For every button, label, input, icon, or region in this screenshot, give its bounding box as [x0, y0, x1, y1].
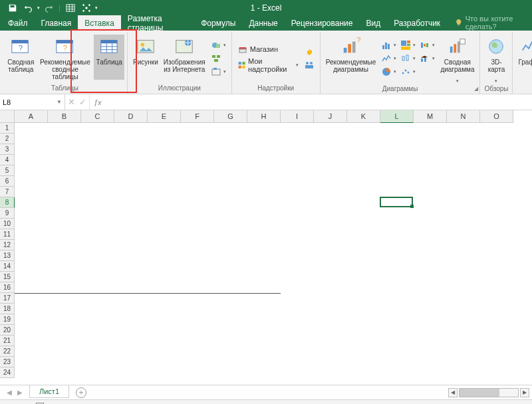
select-all-corner[interactable]: [0, 110, 15, 123]
row-header-4[interactable]: 4: [0, 155, 15, 165]
col-header-D[interactable]: D: [114, 110, 148, 123]
my-addins-button[interactable]: Мои надстройки ▾: [236, 56, 300, 74]
qat-table-button[interactable]: [63, 1, 78, 15]
row-header-3[interactable]: 3: [0, 144, 15, 155]
col-header-B[interactable]: B: [48, 110, 81, 123]
row-header-11[interactable]: 11: [0, 229, 15, 240]
row-header-10[interactable]: 10: [0, 219, 15, 229]
cells-area[interactable]: [15, 123, 532, 385]
undo-dropdown-icon[interactable]: ▾: [37, 5, 40, 11]
col-header-O[interactable]: O: [480, 110, 513, 123]
sheet-tab-active[interactable]: Лист1: [29, 385, 69, 398]
col-header-J[interactable]: J: [314, 110, 347, 123]
row-header-19[interactable]: 19: [0, 314, 15, 325]
col-header-L[interactable]: L: [380, 110, 414, 123]
undo-button[interactable]: [21, 1, 36, 15]
shapes-button[interactable]: ▾: [209, 39, 227, 51]
col-header-G[interactable]: G: [214, 110, 247, 123]
hierarchy-chart-button[interactable]: ▾: [399, 39, 417, 51]
formula-input[interactable]: [102, 94, 532, 110]
line-chart-button[interactable]: ▾: [380, 52, 398, 64]
scroll-track[interactable]: [459, 388, 519, 397]
name-box[interactable]: L8 ▼: [0, 94, 65, 110]
tab-developer[interactable]: Разработчик: [387, 15, 447, 31]
row-header-12[interactable]: 12: [0, 240, 15, 251]
col-header-M[interactable]: M: [414, 110, 447, 123]
row-header-16[interactable]: 16: [0, 282, 15, 293]
col-header-C[interactable]: C: [81, 110, 114, 123]
row-header-18[interactable]: 18: [0, 304, 15, 314]
row-header-6[interactable]: 6: [0, 176, 15, 187]
scroll-thumb[interactable]: [460, 389, 499, 397]
tab-insert[interactable]: Вставка: [78, 15, 121, 31]
col-header-N[interactable]: N: [447, 110, 480, 123]
tab-review[interactable]: Рецензирование: [285, 15, 360, 31]
save-button[interactable]: [5, 1, 20, 15]
name-box-dropdown-icon[interactable]: ▼: [57, 99, 62, 105]
tab-view[interactable]: Вид: [359, 15, 387, 31]
recommended-charts-button[interactable]: ? Рекомендуемые диаграммы: [323, 35, 379, 80]
recommended-pivot-button[interactable]: ? Рекомендуемые сводные таблицы: [37, 35, 94, 82]
col-header-F[interactable]: F: [181, 110, 214, 123]
scroll-right-icon[interactable]: ▶: [520, 388, 529, 397]
bing-maps-button[interactable]: [303, 46, 316, 58]
qat-customize-icon[interactable]: ▾: [95, 5, 98, 11]
cancel-formula-icon[interactable]: ✕: [68, 97, 75, 107]
scatter-chart-button[interactable]: ▾: [399, 66, 417, 78]
row-header-17[interactable]: 17: [0, 293, 15, 304]
row-header-8[interactable]: 8: [0, 197, 15, 208]
3d-map-button[interactable]: 3D- карта ▾: [483, 35, 509, 85]
col-header-A[interactable]: A: [15, 110, 48, 123]
row-header-2[interactable]: 2: [0, 134, 15, 144]
statistic-chart-button[interactable]: ▾: [399, 52, 417, 64]
row-header-14[interactable]: 14: [0, 261, 15, 272]
col-header-H[interactable]: H: [247, 110, 281, 123]
combo-chart-button[interactable]: ▾: [418, 52, 436, 64]
sparkline-line-button[interactable]: График: [515, 35, 532, 80]
smartart-button[interactable]: [209, 52, 227, 64]
worksheet-grid[interactable]: ABCDEFGHIJKLMNO 123456789101112131415161…: [0, 110, 532, 385]
tab-formulas[interactable]: Формулы: [194, 15, 242, 31]
new-sheet-button[interactable]: +: [76, 387, 86, 398]
row-header-20[interactable]: 20: [0, 325, 15, 336]
col-header-I[interactable]: I: [281, 110, 314, 123]
online-pictures-button[interactable]: Изображения из Интернета: [161, 35, 208, 80]
row-header-9[interactable]: 9: [0, 208, 15, 219]
qat-touch-button[interactable]: [79, 1, 94, 15]
row-header-5[interactable]: 5: [0, 165, 15, 176]
table-button[interactable]: Таблица: [94, 35, 124, 80]
redo-button[interactable]: [41, 1, 56, 15]
tab-page-layout[interactable]: Разметка страницы: [121, 15, 194, 31]
sheet-nav-prev-icon[interactable]: ◀: [7, 389, 12, 396]
tell-me-box[interactable]: Что вы хотите сделать?: [455, 15, 532, 31]
horizontal-scrollbar[interactable]: ◀ ▶: [448, 388, 532, 397]
row-header-21[interactable]: 21: [0, 336, 15, 346]
people-graph-button[interactable]: [303, 59, 316, 71]
waterfall-chart-button[interactable]: ▾: [418, 39, 436, 51]
active-cell[interactable]: [380, 197, 413, 207]
scroll-left-icon[interactable]: ◀: [448, 388, 458, 397]
charts-dialog-launcher[interactable]: ◢: [474, 86, 478, 92]
col-header-E[interactable]: E: [148, 110, 181, 123]
row-header-13[interactable]: 13: [0, 251, 15, 261]
screenshot-button[interactable]: ▾: [209, 66, 227, 78]
enter-formula-icon[interactable]: ✓: [79, 97, 86, 107]
column-chart-button[interactable]: ▾: [380, 39, 398, 51]
row-header-15[interactable]: 15: [0, 272, 15, 282]
fx-button[interactable]: ƒx: [90, 94, 102, 110]
sheet-nav-next-icon[interactable]: ▶: [17, 389, 23, 396]
pie-chart-button[interactable]: ▾: [380, 66, 398, 78]
pivot-table-button[interactable]: ? Сводная таблица: [5, 35, 37, 80]
pivot-chart-button[interactable]: Сводная диаграмма ▾: [438, 35, 477, 85]
row-header-1[interactable]: 1: [0, 123, 15, 134]
row-header-7[interactable]: 7: [0, 187, 15, 197]
tab-file[interactable]: Файл: [1, 15, 35, 31]
row-header-24[interactable]: 24: [0, 367, 15, 378]
col-header-K[interactable]: K: [347, 110, 380, 123]
tab-data[interactable]: Данные: [242, 15, 284, 31]
pictures-button[interactable]: Рисунки: [130, 35, 161, 80]
row-header-23[interactable]: 23: [0, 357, 15, 367]
store-button[interactable]: Магазин: [236, 43, 300, 55]
row-header-22[interactable]: 22: [0, 346, 15, 357]
tab-home[interactable]: Главная: [35, 15, 78, 31]
